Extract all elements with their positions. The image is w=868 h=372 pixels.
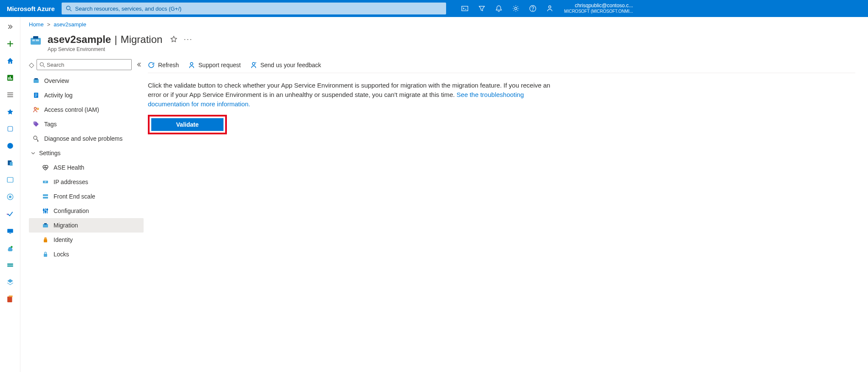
resource-type: App Service Environment [48,46,192,52]
account-info[interactable]: chrisqpublic@contoso.c... MICROSOFT (MIC… [558,3,639,14]
menu-locks[interactable]: Locks [29,247,144,261]
svg-rect-20 [9,162,12,166]
svg-point-56 [47,209,48,210]
rail-allservices-button[interactable] [4,88,17,101]
account-org: MICROSOFT (MICROSOFT.ONMI... [564,9,633,14]
rail-item-9[interactable] [4,258,17,271]
menu-overview[interactable]: Overview [29,74,144,88]
diagnose-icon [32,135,40,142]
rail-item-10[interactable] [4,275,17,288]
menu-label: Diagnose and solve problems [44,135,122,142]
svg-text:IP: IP [45,181,47,183]
rail-item-5[interactable] [4,190,17,203]
svg-rect-49 [43,194,48,196]
resource-name: asev2sample [48,34,111,45]
svg-point-23 [9,196,11,198]
menu-activity-log[interactable]: Activity log [29,88,144,102]
cloud-shell-button[interactable] [456,0,473,17]
menu-ip-addresses[interactable]: IP IP addresses [29,175,144,189]
menu-group-settings[interactable]: Settings [29,146,144,160]
menu-migration[interactable]: Migration [29,218,144,233]
sort-icon[interactable]: ◇ [29,61,34,69]
svg-rect-59 [44,239,47,242]
global-search-input[interactable]: Search resources, services, and docs (G+… [62,3,446,14]
identity-icon [42,236,49,244]
pin-icon[interactable] [170,35,178,43]
rail-item-11[interactable] [4,292,17,305]
menu-label: Locks [54,251,69,258]
feedback-icon [250,62,257,68]
menu-configuration[interactable]: Configuration [29,204,144,218]
svg-point-45 [34,122,35,123]
svg-point-62 [252,62,255,65]
command-bar: Refresh Support request Send us your fee… [148,62,855,73]
top-header: Microsoft Azure Search resources, servic… [0,0,868,17]
brand-label: Microsoft Azure [0,5,62,12]
menu-label: ASE Health [54,164,84,171]
ip-icon: IP [42,178,49,186]
resource-menu-search[interactable]: Search [37,59,132,70]
account-email: chrisqpublic@contoso.c... [564,3,633,9]
validate-button[interactable]: Validate [151,118,223,131]
svg-rect-33 [32,40,35,41]
menu-label: Tags [44,121,57,128]
breadcrumb-resource[interactable]: asev2sample [54,21,86,28]
rail-item-2[interactable] [4,139,17,152]
cmd-label: Send us your feedback [260,62,321,68]
rail-item-8[interactable] [4,241,17,254]
svg-point-6 [532,10,533,11]
rail-item-6[interactable] [4,207,17,220]
menu-label: Front End scale [54,193,95,200]
search-icon [66,6,72,11]
collapse-menu-button[interactable] [134,60,144,69]
svg-point-7 [549,6,551,8]
svg-rect-32 [33,36,38,39]
global-search-placeholder: Search resources, services, and docs (G+… [75,6,181,12]
rail-item-7[interactable] [4,224,17,237]
help-button[interactable] [524,0,541,17]
menu-tags[interactable]: Tags [29,117,144,131]
menu-label: Overview [44,77,69,84]
rail-item-1[interactable] [4,122,17,135]
svg-line-1 [70,10,71,11]
resource-menu-search-placeholder: Search [47,62,64,68]
health-icon [42,164,49,171]
migration-icon [42,221,49,229]
menu-ase-health[interactable]: ASE Health [29,160,144,175]
support-request-button[interactable]: Support request [188,62,241,68]
svg-rect-57 [43,224,48,227]
rail-dashboard-button[interactable] [4,71,17,84]
svg-point-26 [11,246,13,248]
locks-icon [42,250,49,258]
instruction-text: Click the validate button to check wheth… [148,81,556,109]
rail-home-button[interactable] [4,54,17,67]
menu-access-control[interactable]: Access control (IAM) [29,102,144,117]
menu-identity[interactable]: Identity [29,233,144,247]
svg-rect-12 [9,77,10,80]
menu-front-end-scale[interactable]: Front End scale [29,189,144,204]
rail-expand-button[interactable] [4,20,17,33]
rail-favorites-button[interactable] [4,105,17,118]
rail-item-4[interactable] [4,173,17,186]
feedback-button[interactable] [541,0,558,17]
notifications-button[interactable] [490,0,507,17]
rail-item-3[interactable] [4,156,17,169]
svg-rect-27 [7,264,13,265]
svg-point-35 [40,62,43,66]
cmd-label: Support request [198,62,241,68]
svg-point-18 [7,143,13,149]
refresh-button[interactable]: Refresh [148,62,179,68]
refresh-icon [148,62,155,68]
settings-button[interactable] [507,0,524,17]
filter-button[interactable] [473,0,490,17]
send-feedback-button[interactable]: Send us your feedback [250,62,321,68]
breadcrumb-home[interactable]: Home [29,21,44,28]
menu-diagnose[interactable]: Diagnose and solve problems [29,131,144,146]
rail-create-button[interactable] [4,37,17,50]
svg-point-44 [37,108,39,110]
svg-rect-58 [44,223,47,224]
svg-point-46 [34,136,37,139]
configuration-icon [42,207,49,215]
svg-point-4 [515,7,517,9]
svg-rect-13 [11,78,12,80]
